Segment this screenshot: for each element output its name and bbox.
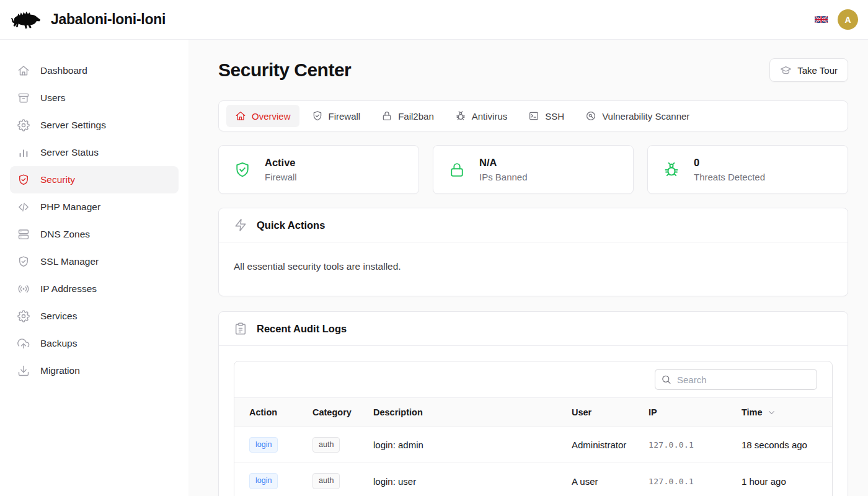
audit-logs-table: Action Category Description User IP Time bbox=[234, 397, 832, 496]
sidebar-item-ssl-manager[interactable]: SSL Manager bbox=[10, 248, 179, 275]
status-card-ips-banned: N/A IPs Banned bbox=[433, 145, 634, 194]
clipboard-icon bbox=[234, 322, 247, 335]
main-content: Security Center Take Tour Overview Firew… bbox=[188, 40, 868, 496]
top-header: Jabaloni-loni-loni A bbox=[0, 0, 868, 40]
server-stack-icon bbox=[17, 228, 30, 241]
shield-check-icon bbox=[234, 161, 251, 179]
column-header-time: Time bbox=[732, 398, 832, 427]
sidebar-item-label: Security bbox=[40, 174, 75, 185]
gear-icon bbox=[17, 310, 30, 322]
status-label: Firewall bbox=[265, 172, 297, 182]
audit-logs-title: Recent Audit Logs bbox=[257, 323, 347, 335]
take-tour-button[interactable]: Take Tour bbox=[769, 58, 848, 82]
bug-icon bbox=[455, 110, 466, 122]
sidebar-item-label: Users bbox=[40, 92, 65, 104]
action-badge: login bbox=[249, 437, 278, 453]
column-header-ip: IP bbox=[639, 398, 732, 427]
sidebar-item-ip-addresses[interactable]: IP Addresses bbox=[10, 275, 179, 303]
column-header-user: User bbox=[562, 398, 639, 427]
tab-label: Firewall bbox=[329, 111, 361, 122]
time-cell: 1 hour ago bbox=[732, 463, 832, 496]
ip-cell: 127.0.0.1 bbox=[639, 463, 732, 496]
lightning-bolt-icon bbox=[234, 218, 247, 232]
sidebar-item-label: Services bbox=[40, 311, 77, 322]
sidebar-item-migration[interactable]: Migration bbox=[10, 357, 179, 384]
audit-logs-panel: Recent Audit Logs Action Cat bbox=[218, 311, 848, 496]
action-badge: login bbox=[249, 473, 278, 489]
column-header-action: Action bbox=[234, 398, 303, 427]
archive-box-icon bbox=[17, 92, 30, 104]
sidebar-item-label: Migration bbox=[40, 365, 80, 376]
page-title: Security Center bbox=[218, 60, 351, 81]
app-title: Jabaloni-loni-loni bbox=[51, 11, 166, 28]
home-icon bbox=[17, 64, 30, 77]
description-cell: login: user bbox=[363, 463, 562, 496]
quick-actions-message: All essential security tools are install… bbox=[219, 242, 848, 296]
tab-ssh[interactable]: SSH bbox=[520, 105, 573, 127]
user-cell: Administrator bbox=[562, 427, 639, 463]
shield-check-icon bbox=[17, 255, 30, 268]
status-label: IPs Banned bbox=[479, 172, 528, 182]
security-tabs: Overview Firewall Fail2ban Antivirus SSH… bbox=[218, 100, 848, 131]
sidebar-item-services[interactable]: Services bbox=[10, 303, 179, 330]
column-header-description: Description bbox=[363, 398, 562, 427]
sidebar-item-label: SSL Manager bbox=[40, 256, 99, 267]
sidebar-item-label: Server Settings bbox=[40, 120, 106, 131]
quick-actions-panel: Quick Actions All essential security too… bbox=[218, 208, 848, 296]
sidebar-item-backups[interactable]: Backups bbox=[10, 330, 179, 357]
shield-check-icon bbox=[17, 174, 30, 186]
tab-label: SSH bbox=[545, 111, 564, 122]
sidebar-item-label: IP Addresses bbox=[40, 283, 97, 294]
cloud-upload-icon bbox=[17, 337, 30, 350]
tab-vulnerability-scanner[interactable]: Vulnerability Scanner bbox=[577, 105, 698, 127]
sidebar-item-label: PHP Manager bbox=[40, 202, 100, 213]
gear-icon bbox=[17, 119, 30, 131]
status-value: 0 bbox=[694, 157, 765, 169]
tab-label: Fail2ban bbox=[398, 111, 434, 122]
tab-overview[interactable]: Overview bbox=[226, 105, 299, 127]
sidebar-item-label: Server Status bbox=[40, 147, 99, 158]
brand: Jabaloni-loni-loni bbox=[10, 8, 166, 32]
radio-waves-icon bbox=[17, 283, 30, 295]
language-flag-uk-icon[interactable] bbox=[815, 15, 828, 24]
status-card-threats: 0 Threats Detected bbox=[647, 145, 848, 194]
boar-logo bbox=[10, 8, 42, 32]
tab-antivirus[interactable]: Antivirus bbox=[446, 105, 516, 127]
audit-logs-table-card: Action Category Description User IP Time bbox=[234, 361, 833, 496]
table-row: login auth login: admin Administrator 12… bbox=[234, 427, 832, 463]
sidebar-item-server-status[interactable]: Server Status bbox=[10, 139, 179, 166]
sidebar-item-dns-zones[interactable]: DNS Zones bbox=[10, 221, 179, 248]
tab-fail2ban[interactable]: Fail2ban bbox=[373, 105, 443, 127]
quick-actions-title: Quick Actions bbox=[257, 219, 325, 231]
sidebar-item-security[interactable]: Security bbox=[10, 166, 179, 193]
sidebar-item-label: Backups bbox=[40, 338, 77, 349]
sidebar-item-php-manager[interactable]: PHP Manager bbox=[10, 193, 179, 221]
take-tour-label: Take Tour bbox=[797, 65, 838, 76]
user-cell: A user bbox=[562, 463, 639, 496]
sidebar-item-server-settings[interactable]: Server Settings bbox=[10, 112, 179, 139]
status-value: N/A bbox=[479, 157, 528, 169]
sidebar: Dashboard Users Server Settings Server S… bbox=[0, 40, 188, 496]
user-avatar[interactable]: A bbox=[838, 9, 858, 30]
category-badge: auth bbox=[312, 437, 340, 453]
sidebar-item-users[interactable]: Users bbox=[10, 84, 179, 112]
tab-firewall[interactable]: Firewall bbox=[303, 105, 370, 127]
scan-search-icon bbox=[585, 110, 596, 122]
search-icon bbox=[661, 374, 671, 385]
time-sort-control[interactable]: Time bbox=[742, 407, 776, 417]
description-cell: login: admin bbox=[363, 427, 562, 463]
time-cell: 18 seconds ago bbox=[732, 427, 832, 463]
sidebar-item-label: DNS Zones bbox=[40, 229, 90, 240]
sidebar-item-dashboard[interactable]: Dashboard bbox=[10, 57, 179, 84]
download-icon bbox=[17, 365, 30, 377]
status-card-firewall: Active Firewall bbox=[218, 145, 419, 194]
status-value: Active bbox=[265, 157, 297, 169]
category-badge: auth bbox=[312, 473, 340, 489]
code-icon bbox=[17, 201, 30, 213]
tab-label: Vulnerability Scanner bbox=[602, 111, 689, 122]
terminal-icon bbox=[528, 110, 539, 122]
shield-check-icon bbox=[312, 110, 323, 122]
audit-search-input[interactable] bbox=[655, 369, 817, 390]
tab-label: Overview bbox=[252, 111, 291, 122]
lock-icon bbox=[448, 161, 466, 179]
